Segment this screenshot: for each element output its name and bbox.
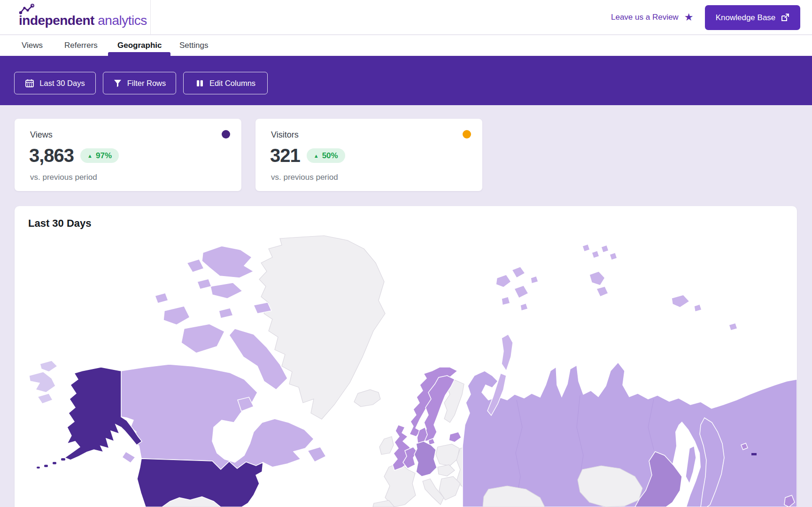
date-range-button[interactable]: Last 30 Days — [14, 72, 96, 94]
columns-icon — [195, 79, 204, 88]
trend-up-icon: ▲ — [87, 153, 93, 159]
logo-word-analytics: analytics — [98, 13, 147, 28]
map-country-poland[interactable] — [436, 444, 459, 466]
star-icon: ★ — [684, 12, 694, 23]
visitors-value: 321 — [270, 145, 300, 166]
map-region-chukotka[interactable] — [29, 361, 57, 404]
views-change-badge: ▲97% — [80, 148, 119, 163]
visitors-change-pct: 50% — [322, 151, 338, 161]
sparkline-logo-icon — [19, 4, 35, 15]
views-value: 3,863 — [29, 145, 74, 166]
map-islands-new-siberian[interactable] — [672, 295, 737, 330]
map-islands-aleutian — [37, 458, 65, 469]
edit-columns-label: Edit Columns — [209, 79, 255, 88]
visitors-label: Visitors — [271, 130, 299, 140]
funnel-icon — [113, 79, 122, 88]
tab-referrers[interactable]: Referrers — [64, 35, 98, 56]
map-country-iceland[interactable] — [354, 390, 380, 407]
views-label: Views — [30, 130, 53, 140]
tab-settings[interactable]: Settings — [179, 35, 208, 56]
knowledge-base-button[interactable]: Knowledge Base — [705, 5, 800, 30]
calendar-icon — [25, 78, 34, 88]
leave-review-link[interactable]: Leave us a Review ★ — [611, 0, 693, 35]
map-country-germany[interactable] — [414, 441, 437, 476]
visitors-compare-text: vs. previous period — [271, 173, 338, 182]
map-islands-svalbard[interactable] — [496, 267, 538, 311]
logo-text: independent analytics — [19, 7, 147, 28]
filter-rows-label: Filter Rows — [127, 79, 166, 88]
active-tab-indicator — [108, 52, 170, 56]
header-divider — [150, 0, 151, 35]
map-islands-severnaya-zemlya[interactable] — [589, 271, 608, 297]
map-islands-franz-josef[interactable] — [582, 244, 617, 260]
map-country-latvia[interactable] — [449, 432, 461, 442]
visitors-stat-card: Visitors 321 ▲50% vs. previous period — [255, 119, 482, 191]
filter-rows-button[interactable]: Filter Rows — [103, 72, 176, 94]
map-island-newfoundland[interactable] — [308, 447, 326, 462]
date-range-label: Last 30 Days — [39, 79, 85, 88]
logo-word-independent: independent — [19, 13, 94, 28]
geographic-map-card: Last 30 Days — [15, 206, 797, 507]
tab-views[interactable]: Views — [22, 35, 43, 56]
leave-review-label: Leave us a Review — [611, 13, 679, 22]
map-country-ireland[interactable] — [379, 437, 394, 454]
views-stat-card: Views 3,863 ▲97% vs. previous period — [15, 119, 241, 191]
world-choropleth-map[interactable] — [15, 206, 797, 507]
visitors-change-badge: ▲50% — [307, 148, 345, 163]
filter-toolbar: Last 30 Days Filter Rows Edit Columns — [0, 56, 812, 105]
edit-columns-button[interactable]: Edit Columns — [183, 72, 268, 94]
map-country-czechia[interactable] — [438, 465, 455, 476]
app-header: independent analytics Leave us a Review … — [0, 0, 812, 35]
app-logo[interactable]: independent analytics — [19, 7, 147, 28]
knowledge-base-label: Knowledge Base — [716, 13, 776, 23]
views-change-pct: 97% — [96, 151, 112, 161]
views-compare-text: vs. previous period — [30, 173, 97, 182]
views-series-dot[interactable] — [222, 130, 230, 138]
external-link-icon — [781, 13, 789, 22]
visitors-series-dot[interactable] — [463, 130, 471, 138]
trend-up-icon: ▲ — [314, 153, 319, 159]
map-island-vancouver[interactable] — [122, 452, 135, 463]
